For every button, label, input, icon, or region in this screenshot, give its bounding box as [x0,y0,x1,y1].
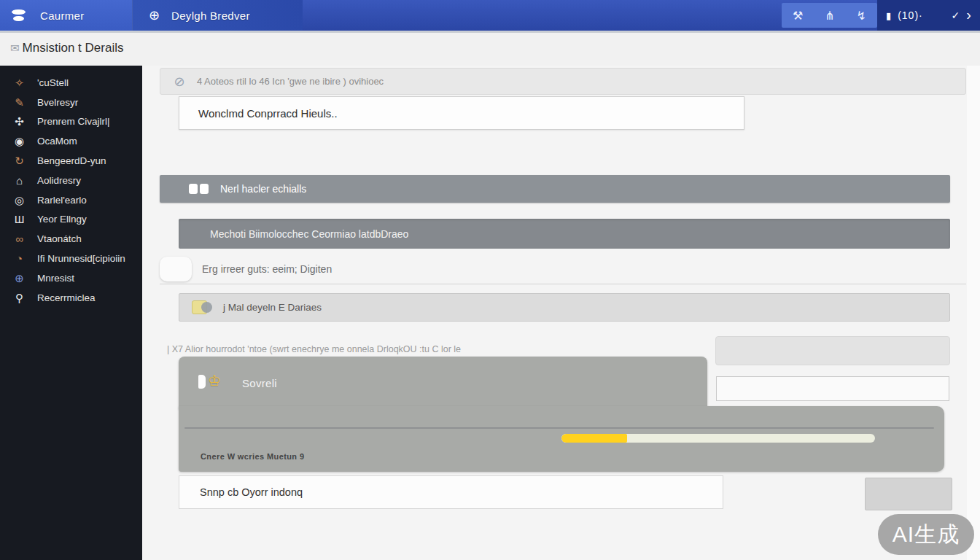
history-icon: ↻ [11,155,28,166]
sidebar-item-label: Mnresist [37,273,74,284]
sparkle-icon: ✧ [11,77,28,88]
cards-icon [189,184,209,194]
app-window: Caurmer ⊕ Deylgh Bredver ⚒ ⋔ ↯ ▮ (10)· ✓… [0,0,980,560]
method-bar[interactable]: Mechoti Biimolocchec Ceormiao latdbDraeo [179,219,950,249]
sovreli-card-body: Cnere W wcries Muetun 9 [179,406,944,472]
hammer-icon[interactable]: ⚒ [793,9,803,23]
status-cluster: ▮ (10)· ✓ › [877,0,980,31]
slash-circle-icon: ⊘ [172,74,187,89]
page-header: ✉ Mnsistion t Derails [0,33,980,66]
bottom-action-row[interactable]: Snnp cb Oyorr indonq [179,475,723,509]
bolt-icon[interactable]: ↯ [857,9,866,23]
pin-icon: ⚲ [11,292,28,303]
sidebar-item-rarlel[interactable]: ◎ Rarlel'earlo [0,190,142,210]
watermark-text: AI生成 [892,520,960,550]
mail-chip-icon [192,300,212,314]
building-icon: ⌂ [11,175,28,186]
search-bar[interactable]: ⊘ 4 Aoteos rtil lo 46 Icn 'gwe ne ibire … [160,68,966,95]
clock-badge: (10)· [898,9,923,21]
page-title-text: Mnsistion t Derails [23,41,124,55]
sidebar-item-bengeerd[interactable]: ↻ BengeerdD-yun [0,151,142,171]
card-caption: Cnere W wcries Muetun 9 [201,452,304,461]
sidebar-item-label: Yeor Ellngy [37,214,87,225]
gray-action-button[interactable] [865,478,952,510]
ai-generated-watermark: AI生成 [878,514,974,555]
sidebar-item-label: OcaMom [37,136,77,147]
doc-tab-label: Deylgh Bredver [171,9,250,22]
sidebar-item-label: Recerrmiclea [37,292,96,303]
right-placeholder-box[interactable] [715,336,950,365]
w-mark-icon: Ш [11,214,28,225]
progress-fill [561,434,627,443]
tab-brand[interactable]: Caurmer [0,0,132,31]
flag-key-icon: ♔ [198,373,223,392]
power-icon: ◎ [11,195,28,206]
sidebar-item-label: Prenrem Civajlrl| [37,116,110,127]
signature-icon: ✎ [11,97,28,108]
download-row-label: Wonclmd Conprracd Hieuls.. [198,107,338,120]
card-divider [184,427,934,429]
sidebar-item-custell[interactable]: ✧ 'cuStell [0,73,142,93]
mail-row-label: j Mal deyeln E Dariaes [223,302,322,313]
sidebar-item-prenrem[interactable]: ✣ Prenrem Civajlrl| [0,112,142,132]
branch-icon[interactable]: ⋔ [825,9,834,23]
sidebar-item-ocamom[interactable]: ◉ OcaMom [0,131,142,151]
sidebar-item-bvelresyr[interactable]: ✎ Bvelresyr [0,93,142,112]
download-compressed-row[interactable]: Wonclmd Conprracd Hieuls.. [179,96,744,130]
globe-icon: ⊕ [11,273,28,284]
clock-icon: ◔ [11,253,28,264]
method-bar-label: Mechoti Biimolocchec Ceormiao latdbDraeo [210,228,408,240]
sidebar-item-yeorellngy[interactable]: Ш Yeor Ellngy [0,210,142,230]
sidebar-item-label: Bvelresyr [37,97,78,108]
search-bar-text: 4 Aoteos rtil lo 46 Icn 'gwe ne ibire ) … [197,76,384,87]
key-icon: ♔ [208,373,221,388]
section-header-label: Nerl hacler echialls [220,183,306,195]
link-icon: ∞ [11,233,28,244]
toggle-pill[interactable] [160,257,192,281]
sovreli-card-header[interactable]: ♔ Sovreli [179,357,707,409]
sidebar-item-label: Vtaonátch [37,233,82,244]
envelope-icon: ✉ [10,42,20,55]
sidebar-item-label: Ifi Nrunnesid[cipioiin [37,253,125,264]
sidebar-item-label: BengeerdD-yun [37,155,106,166]
toolbar-action-group: ⚒ ⋔ ↯ [782,3,877,28]
chevron-right-icon[interactable]: › [966,7,971,22]
sidebar-item-nrunnesid[interactable]: ◔ Ifi Nrunnesid[cipioiin [0,249,142,268]
sidebar-item-label: 'cuStell [37,77,69,88]
card-title: Sovreli [242,377,277,389]
check-icon[interactable]: ✓ [952,9,960,21]
person-badge-icon: ✣ [11,116,28,127]
sidebar-nav: ✧ 'cuStell ✎ Bvelresyr ✣ Prenrem Civajlr… [0,66,142,560]
section-header-bar[interactable]: Nerl hacler echialls [160,175,950,203]
sidebar-item-mnresist[interactable]: ⊕ Mnresist [0,268,142,288]
sidebar-item-label: Aolidresry [37,175,81,186]
right-margin-strip [967,66,980,560]
pause-bar-icon[interactable]: ▮ [886,10,891,21]
brand-label: Caurmer [40,9,84,22]
globe-icon: ⊕ [149,9,160,22]
sidebar-item-aolidresry[interactable]: ⌂ Aolidresry [0,171,142,190]
engineer-toggle-row: Erg irreer guts: eeim; Digiten [160,254,966,284]
top-bar: Caurmer ⊕ Deylgh Bredver ⚒ ⋔ ↯ ▮ (10)· ✓… [0,0,980,31]
page-title: ✉ Mnsistion t Derails [10,41,123,55]
info-note-text: | X7 Alior hourrodot 'ntoe (swrt enechry… [167,344,461,354]
progress-bar [561,434,875,443]
sidebar-item-label: Rarlel'earlo [37,195,87,206]
bottom-row-label: Snnp cb Oyorr indonq [200,486,303,498]
sidebar-item-recerrmiclea[interactable]: ⚲ Recerrmiclea [0,288,142,308]
right-text-input[interactable] [716,376,949,401]
sidebar-item-vtaonatch[interactable]: ∞ Vtaonátch [0,229,142,249]
tab-document[interactable]: ⊕ Deylgh Bredver [132,0,303,31]
toggle-row-label: Erg irreer guts: eeim; Digiten [202,263,332,275]
eye-icon: ◉ [11,136,28,147]
mail-delay-row[interactable]: j Mal deyeln E Dariaes [179,293,950,322]
layers-logo-icon [12,9,26,21]
